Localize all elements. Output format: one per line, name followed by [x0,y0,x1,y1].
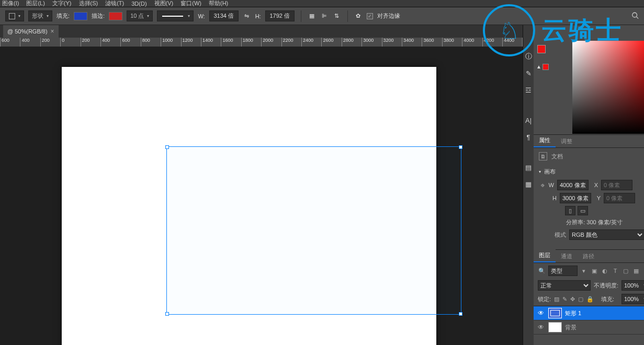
filter-adjust-icon[interactable]: ◐ [601,267,609,275]
filter-shape-icon[interactable]: ▢ [622,267,630,275]
settings-icon[interactable]: ☲ [523,85,534,95]
canvas[interactable] [62,67,436,345]
layer-thumbnail[interactable] [548,308,562,318]
panels: ▲ 属性 调整 🗎 文档 ▾画布 ⎆ W X [534,25,644,345]
width-input[interactable] [209,10,239,21]
tab-title: @ 50%(RGB/8) [7,28,48,34]
stroke-width-select[interactable]: 10 点 ▾ [127,10,153,21]
ruler-tick: 3400 [402,38,414,47]
tab-adjustments[interactable]: 调整 [556,135,578,147]
lock-transparent-icon[interactable]: ▨ [554,296,559,303]
ruler-tick: 200 [81,38,90,47]
canvas-section-label: 画布 [544,168,556,176]
lock-artboard-icon[interactable]: ▢ [578,296,583,303]
y-label: Y [594,195,601,201]
menu-bar: 图像(I) 图层(L) 文字(Y) 选择(S) 滤镜(T) 3D(D) 视图(V… [0,0,644,7]
warning-icon[interactable]: ▲ [536,64,541,70]
opacity-select[interactable]: 100% [622,280,644,291]
portrait-icon[interactable]: ▯ [565,206,575,215]
paragraph-icon[interactable]: ¶ [523,132,534,142]
path-ops-icon[interactable]: ▦ [308,12,316,20]
filter-text-icon[interactable]: T [611,267,619,275]
canvas-height-input[interactable] [560,193,591,203]
stroke-style-select[interactable]: ▾ [157,10,194,21]
menu-item[interactable]: 滤镜(T) [105,0,124,7]
color-mode-select[interactable]: RGB 颜色 [569,229,644,240]
libraries-icon[interactable]: ▤ [523,162,534,172]
menu-item[interactable]: 图层(L) [26,0,44,7]
fill-swatch[interactable] [74,12,87,20]
layer-row[interactable]: 👁 背景 🔒 [534,320,644,335]
ruler-tick: 600 [0,38,9,47]
document-tab[interactable]: @ 50%(RGB/8) × [3,25,59,38]
tab-properties[interactable]: 属性 [534,134,556,147]
close-icon[interactable]: × [51,28,54,35]
filter-smart-icon[interactable]: ▦ [632,267,640,275]
ruler-tick: 4200 [482,38,494,47]
info-icon[interactable]: ⓘ [523,51,534,62]
canvas-header[interactable]: ▾画布 [539,168,644,176]
notes-icon[interactable]: ▦ [523,179,534,189]
menu-item[interactable]: 窗口(W) [180,0,201,7]
lock-row: 锁定: ▨ ✎ ✥ ▢ 🔒 填充: 100% [534,292,644,306]
document-icon: 🗎 [539,152,547,160]
fill-opacity-select[interactable]: 100% [622,294,644,304]
color-spectrum[interactable] [572,41,644,134]
horizontal-ruler: 6004002000200400600800100012001400160018… [0,38,523,47]
align-icon[interactable]: ⊫ [320,12,329,20]
tab-channels[interactable]: 通道 [556,250,578,262]
link-icon[interactable]: ⎆ [541,182,545,188]
canvas-y-input[interactable] [604,193,635,203]
foreground-swatch[interactable] [537,45,546,53]
layer-filter-row: 🔍 ▾ ▣ ◐ T ▢ ▦ ⏻ [534,263,644,279]
height-label: H [550,195,557,201]
layer-filter-select[interactable] [548,266,578,276]
layer-name: 背景 [565,324,577,331]
align-edges-checkbox[interactable]: ✓ [367,13,373,19]
shape-mode-select[interactable]: 形状 ▾ [28,10,52,21]
blend-mode-select[interactable]: 正常 [538,280,591,291]
landscape-icon[interactable]: ▭ [578,206,588,215]
ruler-tick: 1600 [221,38,233,47]
fill-label: 填充: [601,295,614,303]
menu-item[interactable]: 选择(S) [79,0,98,7]
tab-paths[interactable]: 路径 [578,250,600,262]
arrange-icon[interactable]: ⇅ [333,12,341,20]
width-label: W [548,182,554,188]
canvas-x-input[interactable] [601,180,632,190]
visibility-icon[interactable]: 👁 [538,324,545,331]
layer-thumbnail[interactable] [548,322,562,332]
menu-item[interactable]: 视图(V) [154,0,174,7]
resize-handle[interactable] [459,145,462,149]
ruler-tick: 800 [141,38,150,47]
lock-all-icon[interactable]: 🔒 [586,296,594,303]
canvas-width-input[interactable] [557,180,589,190]
brush-icon[interactable]: ✎ [523,68,534,78]
layer-row[interactable]: 👁 矩形 1 [534,306,644,320]
tab-layers[interactable]: 图层 [534,249,556,262]
stroke-swatch[interactable] [109,12,122,20]
warning-swatch[interactable] [543,64,549,70]
lock-move-icon[interactable]: ✥ [570,296,575,303]
resize-handle[interactable] [165,312,169,316]
menu-item[interactable]: 图像(I) [2,0,19,7]
filter-image-icon[interactable]: ▣ [590,267,598,275]
gear-icon[interactable]: ✿ [354,12,363,20]
link-icon[interactable]: ⇋ [243,12,251,20]
height-input[interactable] [265,10,295,21]
menu-item[interactable]: 帮助(H) [209,0,228,7]
rectangle-shape[interactable] [166,146,461,315]
resize-handle[interactable] [459,312,462,316]
visibility-icon[interactable]: 👁 [538,309,545,317]
character-icon[interactable]: A| [523,115,534,125]
menu-item[interactable]: 3D(D) [131,1,146,7]
canvas-area[interactable] [0,47,523,345]
chevron-down-icon: ▾ [47,14,49,18]
search-icon[interactable] [631,12,639,20]
resize-handle[interactable] [165,145,169,149]
lock-brush-icon[interactable]: ✎ [562,296,567,303]
search-icon[interactable]: 🔍 [538,267,546,275]
menu-item[interactable]: 文字(Y) [52,0,72,7]
tool-preset[interactable]: ▾ [5,10,24,21]
chevron-down-icon[interactable]: ▾ [580,267,588,275]
